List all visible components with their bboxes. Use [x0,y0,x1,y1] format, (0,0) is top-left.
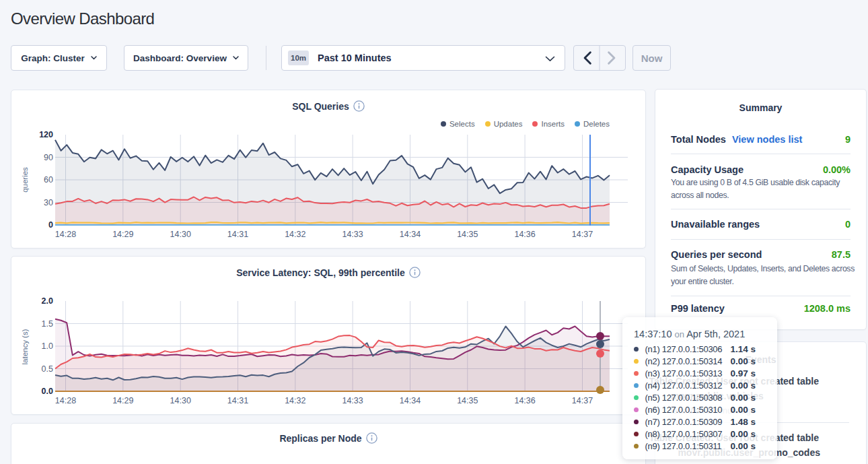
svg-text:14:36: 14:36 [514,230,535,239]
svg-text:14:37: 14:37 [572,230,593,239]
svg-text:14:30: 14:30 [170,396,191,405]
svg-text:14:28: 14:28 [55,230,76,239]
svg-text:0.5: 0.5 [42,364,53,374]
svg-text:2.0: 2.0 [42,296,53,306]
svg-text:14:35: 14:35 [457,230,478,239]
svg-text:0: 0 [48,220,53,230]
svg-text:14:29: 14:29 [112,230,133,239]
svg-text:14:33: 14:33 [342,396,363,405]
svg-text:14:30: 14:30 [170,230,191,239]
svg-text:120: 120 [39,130,53,139]
svg-text:14:32: 14:32 [285,230,305,239]
svg-text:14:32: 14:32 [285,396,305,405]
svg-text:latency (s): latency (s) [21,329,29,364]
svg-text:14:31: 14:31 [227,230,248,239]
svg-text:1.0: 1.0 [42,341,53,351]
svg-text:90: 90 [44,153,53,162]
svg-text:14:35: 14:35 [457,396,478,405]
svg-text:14:34: 14:34 [400,230,421,239]
svg-text:14:28: 14:28 [55,396,76,405]
svg-text:queries: queries [21,167,29,193]
svg-text:1.5: 1.5 [42,319,53,329]
svg-text:60: 60 [44,175,53,185]
svg-text:14:34: 14:34 [400,396,421,405]
svg-text:14:37: 14:37 [572,396,593,405]
svg-text:14:36: 14:36 [514,396,535,405]
svg-text:14:33: 14:33 [342,230,363,239]
svg-text:14:29: 14:29 [112,396,133,405]
svg-text:30: 30 [44,198,53,207]
svg-text:0.0: 0.0 [42,387,53,396]
svg-text:14:31: 14:31 [227,396,248,405]
